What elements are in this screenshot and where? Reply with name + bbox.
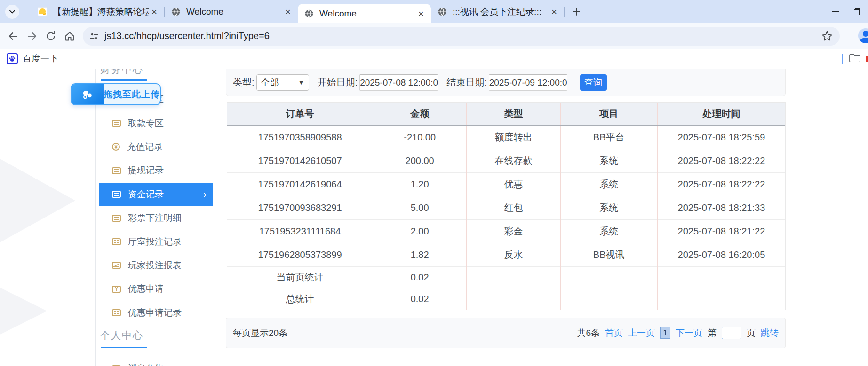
table-cell xyxy=(467,266,560,288)
netdisk-drop-text: 拖拽至此上传 xyxy=(104,84,160,104)
pager-controls: 共6条 首页 上一页 1 下一页 第 页 跳转 xyxy=(577,327,779,339)
table-row: 1751970358909588-210.00额度转出BB平台2025-07-0… xyxy=(227,125,785,149)
reload-button[interactable] xyxy=(41,27,60,46)
sidebar-item-messages[interactable]: 消息公告 xyxy=(99,357,164,366)
table-cell: BB平台 xyxy=(560,125,657,149)
table-body: 1751970358909588-210.00额度转出BB平台2025-07-0… xyxy=(227,125,785,310)
table-cell: 1751970358909588 xyxy=(227,125,373,149)
sidebar-item[interactable]: 资金记录› xyxy=(99,183,213,206)
tab-title: 【新提醒】海燕策略论坛综合交 xyxy=(53,6,149,18)
sidebar-item[interactable]: 优惠申请 xyxy=(99,277,213,301)
search-button[interactable]: 查询 xyxy=(580,74,607,91)
first-page-link[interactable]: 首页 xyxy=(605,327,623,339)
sidebar-item[interactable]: 玩家投注报表 xyxy=(99,254,213,277)
table-cell: 1751970142619064 xyxy=(227,172,373,196)
type-label: 类型: xyxy=(233,74,255,91)
sidebar-item-label: 厅室投注记录 xyxy=(128,236,182,248)
start-date-label: 开始日期: xyxy=(318,74,358,91)
table-cell: 2025-07-08 18:25:59 xyxy=(657,125,785,149)
minimize-button[interactable] xyxy=(825,0,846,23)
tab-divider xyxy=(564,7,565,17)
table-cell: 2025-07-08 18:21:22 xyxy=(657,219,785,243)
home-button[interactable] xyxy=(60,27,79,46)
tab-close-icon[interactable]: × xyxy=(149,7,159,17)
column-header: 项目 xyxy=(560,103,657,125)
site-settings-icon[interactable] xyxy=(89,31,99,41)
sidebar-item[interactable]: 优惠申请记录 xyxy=(99,301,213,325)
table-cell: 1751953231111684 xyxy=(227,219,373,243)
page-size-text: 每页显示20条 xyxy=(233,327,287,339)
table-cell: 彩金 xyxy=(467,219,560,243)
new-tab-button[interactable] xyxy=(569,5,583,19)
reload-icon xyxy=(45,31,56,42)
bookmark-bar: 百度一下 xyxy=(0,49,868,69)
sidebar-menu: 存款专区取款专区充值记录提现记录资金记录›彩票下注明细厅室投注记录玩家投注报表优… xyxy=(96,88,213,325)
chevron-down-icon xyxy=(9,8,16,15)
table-cell xyxy=(560,288,657,310)
table-cell: 1751970142610507 xyxy=(227,149,373,172)
globe-favicon xyxy=(438,7,447,16)
sidebar-item[interactable]: 彩票下注明细 xyxy=(99,206,213,230)
jump-button[interactable]: 跳转 xyxy=(761,327,779,339)
netdisk-drop-overlay: 拖拽至此上传 xyxy=(71,83,161,105)
watermark-triangle xyxy=(0,130,75,271)
sidebar-item[interactable]: 提现记录 xyxy=(99,159,213,182)
other-bookmarks-folder-icon[interactable] xyxy=(849,53,861,65)
prev-page-link[interactable]: 上一页 xyxy=(628,327,655,339)
table-cell: 2025-07-08 18:21:33 xyxy=(657,196,785,219)
sidebar-item-label: 玩家投注报表 xyxy=(128,259,182,272)
browser-tab[interactable]: Welcome× xyxy=(298,4,431,23)
window-controls xyxy=(825,0,868,23)
table-cell: 红包 xyxy=(467,196,560,219)
home-icon xyxy=(64,31,75,42)
current-page-badge: 1 xyxy=(660,327,670,339)
tab-close-icon[interactable]: × xyxy=(549,7,559,17)
plus-icon xyxy=(572,8,581,16)
page-jump-input[interactable] xyxy=(722,327,741,339)
profile-avatar[interactable] xyxy=(858,28,868,43)
back-button[interactable] xyxy=(4,27,23,46)
restore-button[interactable] xyxy=(846,0,868,23)
grid-list-icon xyxy=(112,238,121,245)
table-cell: 200.00 xyxy=(373,149,467,172)
table-row: 17519700936832915.00红包系统2025-07-08 18:21… xyxy=(227,196,785,219)
next-page-link[interactable]: 下一页 xyxy=(676,327,702,339)
table-cell: 2025-07-08 18:22:22 xyxy=(657,172,785,196)
table-cell: 当前页统计 xyxy=(227,266,373,288)
browser-tab[interactable]: Welcome× xyxy=(165,0,298,23)
sidebar-item[interactable]: 厅室投注记录 xyxy=(99,230,213,253)
jump-label-pre: 第 xyxy=(708,327,717,339)
chevron-down-icon: ▼ xyxy=(298,79,304,86)
cards-icon xyxy=(112,191,121,198)
end-date-input[interactable] xyxy=(489,74,567,91)
chat-favicon xyxy=(38,7,47,16)
jump-label-post: 页 xyxy=(747,327,756,339)
user-center-sidebar: 财务中心 存款专区取款专区充值记录提现记录资金记录›彩票下注明细厅室投注记录玩家… xyxy=(95,69,213,366)
sidebar-item[interactable]: 取款专区 xyxy=(99,111,213,135)
column-header: 类型 xyxy=(467,103,560,125)
tab-close-icon[interactable]: × xyxy=(283,7,293,17)
tab-close-icon[interactable]: × xyxy=(416,8,426,19)
sidebar-item-label: 优惠申请 xyxy=(128,283,164,295)
table-cell xyxy=(657,288,785,310)
table-cell: 1751962805373899 xyxy=(227,243,373,266)
table-cell: 系统 xyxy=(560,149,657,172)
forward-button[interactable] xyxy=(23,27,41,46)
star-icon xyxy=(821,30,833,42)
sidebar-item[interactable]: 充值记录 xyxy=(99,135,213,159)
sidebar-item-label: 优惠申请记录 xyxy=(128,307,182,319)
column-header: 金额 xyxy=(373,103,467,125)
start-date-input[interactable] xyxy=(359,74,438,91)
bookmark-star-button[interactable] xyxy=(821,30,833,42)
table-cell: 5.00 xyxy=(373,196,467,219)
browser-tab[interactable]: :::视讯 会员下注纪录:::× xyxy=(431,0,564,23)
sidebar-item-label: 彩票下注明细 xyxy=(128,212,182,224)
bookmark-baidu[interactable]: 百度一下 xyxy=(7,53,58,65)
tab-search-button[interactable] xyxy=(5,5,19,19)
address-bar[interactable]: js13.cc/hhcp/usercenter.html?iniType=6 xyxy=(83,27,840,46)
summary-row: 总统计0.02 xyxy=(227,288,785,310)
table-cell: 2.00 xyxy=(373,219,467,243)
type-select[interactable]: 全部 ▼ xyxy=(256,74,309,91)
browser-tab[interactable]: 【新提醒】海燕策略论坛综合交× xyxy=(31,0,164,23)
url-text[interactable]: js13.cc/hhcp/usercenter.html?iniType=6 xyxy=(104,31,270,41)
